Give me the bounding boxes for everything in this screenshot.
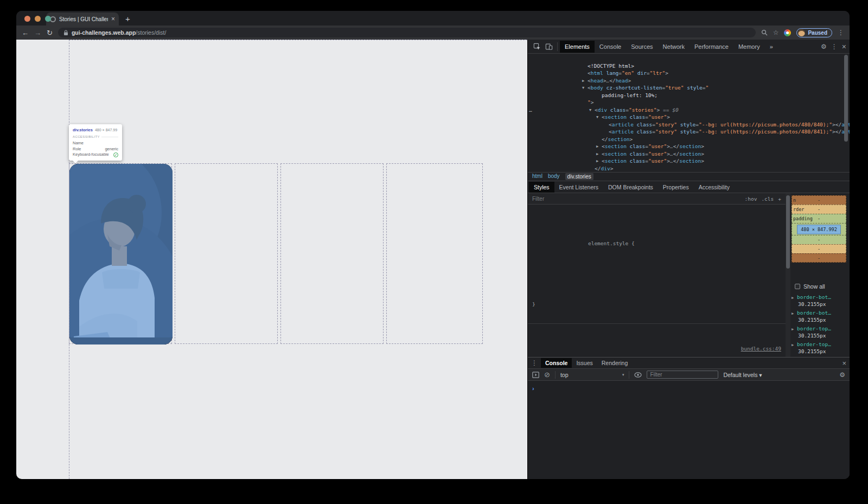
drawer-tab[interactable]: Issues bbox=[572, 358, 597, 368]
box-model-border[interactable]: - bbox=[792, 244, 846, 253]
styles-tab[interactable]: Properties bbox=[658, 182, 694, 193]
breadcrumb-item[interactable]: body bbox=[548, 173, 560, 180]
story-image[interactable] bbox=[69, 164, 173, 344]
box-model-margin[interactable]: - bbox=[792, 253, 846, 263]
stylesheet-link[interactable]: bundle.css:49 bbox=[741, 346, 781, 353]
device-toolbar-icon[interactable] bbox=[543, 43, 555, 50]
grid-overlay-top-line bbox=[69, 40, 527, 40]
devtools-settings-icon[interactable]: ⚙ bbox=[821, 43, 827, 50]
dom-tree-line[interactable]: </div> bbox=[528, 157, 850, 165]
devtools-tab[interactable]: Memory bbox=[733, 41, 765, 53]
console-prompt-icon[interactable]: › bbox=[532, 385, 534, 392]
dom-tree-line[interactable]: <article class="story" style="--bg: url(… bbox=[528, 113, 850, 121]
live-expression-eye-icon[interactable] bbox=[634, 372, 642, 378]
console-settings-icon[interactable]: ⚙ bbox=[839, 371, 845, 379]
box-model-padding[interactable]: padding- bbox=[792, 214, 846, 223]
css-rule[interactable]: element.style { } bbox=[528, 205, 786, 324]
zoom-search-icon[interactable] bbox=[761, 29, 768, 36]
new-tab-button[interactable]: + bbox=[125, 14, 130, 23]
bookmark-star-icon[interactable]: ☆ bbox=[773, 29, 779, 36]
profile-paused-chip[interactable]: Paused bbox=[796, 28, 832, 37]
dom-tree-line[interactable]: </body> bbox=[528, 165, 850, 173]
dom-tree-line[interactable]: "> bbox=[528, 92, 850, 99]
computed-name: border-top… bbox=[797, 341, 831, 347]
devtools-menu-icon[interactable]: ⋮ bbox=[831, 43, 838, 50]
tooltip-row-label: Role bbox=[73, 146, 81, 152]
tab-close-icon[interactable]: × bbox=[111, 16, 115, 22]
back-button[interactable]: ← bbox=[22, 29, 29, 37]
dom-tree-line[interactable]: ▶<section class="user">…</section> bbox=[528, 143, 850, 150]
context-selector[interactable]: top bbox=[560, 372, 617, 378]
class-toggle-button[interactable]: .cls bbox=[761, 196, 774, 202]
devtools-tab[interactable]: Network bbox=[658, 41, 690, 53]
styles-scrollbar[interactable] bbox=[786, 193, 790, 357]
show-all-checkbox[interactable] bbox=[795, 284, 800, 289]
elements-scrollbar[interactable] bbox=[844, 55, 848, 142]
console-filter-input[interactable] bbox=[647, 371, 718, 379]
context-dropdown-icon[interactable]: ▾ bbox=[622, 373, 624, 377]
minimize-window-button[interactable] bbox=[35, 16, 41, 22]
computed-property[interactable]: ▶ border-bot… 30.2155px bbox=[792, 310, 846, 323]
devtools-tab[interactable]: Performance bbox=[690, 41, 733, 53]
styles-filter-input[interactable] bbox=[532, 196, 740, 202]
new-rule-button[interactable]: + bbox=[778, 196, 781, 202]
expand-arrow-icon[interactable]: ▶ bbox=[792, 343, 794, 347]
paused-label: Paused bbox=[808, 30, 827, 36]
log-levels-dropdown[interactable]: Default levels ▾ bbox=[723, 372, 762, 378]
dom-tree-line[interactable]: ▶<head>…</head> bbox=[528, 69, 850, 77]
drawer-close-icon[interactable]: × bbox=[842, 359, 846, 367]
story-cell[interactable] bbox=[69, 163, 172, 344]
styles-tab[interactable]: Styles bbox=[529, 182, 554, 193]
styles-filter-bar: :hov .cls + bbox=[528, 193, 786, 205]
computed-property[interactable]: ▶ border-bot… 30.2155px bbox=[792, 294, 846, 308]
dom-tree-line[interactable]: ▶<section class="user">…</section> bbox=[528, 150, 850, 158]
zoom-window-button[interactable] bbox=[45, 16, 51, 22]
css-rule[interactable]: bundle.css:49 body > .stories { } bbox=[528, 324, 786, 358]
reload-button[interactable]: ↻ bbox=[47, 29, 53, 37]
console-output[interactable]: › bbox=[528, 381, 850, 479]
expand-arrow-icon[interactable]: ▶ bbox=[792, 296, 794, 300]
tooltip-row-label: Keyboard-focusable bbox=[73, 152, 109, 158]
computed-property[interactable]: ▶ border-top… 30.2155px bbox=[792, 341, 846, 355]
devtools-tab-bar: ElementsConsoleSourcesNetworkPerformance… bbox=[528, 40, 850, 54]
box-model-border[interactable]: rder- bbox=[792, 205, 846, 214]
drawer-tab[interactable]: Rendering bbox=[597, 358, 632, 368]
styles-tab[interactable]: Event Listeners bbox=[554, 182, 603, 193]
extension-icon[interactable] bbox=[784, 29, 791, 36]
browser-tab[interactable]: Stories | GUI Challenges × bbox=[46, 12, 119, 25]
console-sidebar-icon[interactable] bbox=[532, 372, 539, 378]
box-model-padding[interactable]: - bbox=[792, 235, 846, 244]
dom-tree-line[interactable]: <html lang="en" dir="ltr"> bbox=[528, 62, 850, 70]
drawer-tab[interactable]: Console bbox=[541, 358, 572, 368]
breadcrumb-item[interactable]: html bbox=[532, 173, 542, 180]
dom-tree-line[interactable]: ▼<body cz-shortcut-listen="true" style=" bbox=[528, 77, 850, 85]
dom-tree-line[interactable]: <!DOCTYPE html> bbox=[528, 55, 850, 62]
inspect-element-icon[interactable] bbox=[531, 43, 543, 50]
devtools-tab[interactable]: Console bbox=[595, 41, 626, 53]
close-window-button[interactable] bbox=[24, 16, 30, 22]
expand-arrow-icon[interactable]: ▶ bbox=[792, 327, 794, 331]
styles-tab[interactable]: Accessibility bbox=[694, 182, 735, 193]
styles-tab[interactable]: DOM Breakpoints bbox=[603, 182, 658, 193]
dom-tree-line[interactable]: <article class="story" style="--bg: url(… bbox=[528, 121, 850, 129]
box-model-content[interactable]: 480 × 847.992 bbox=[792, 223, 846, 235]
forward-button[interactable]: → bbox=[34, 29, 41, 37]
browser-menu-icon[interactable]: ⋮ bbox=[838, 29, 844, 36]
breadcrumb-item[interactable]: div.stories bbox=[565, 173, 593, 180]
box-model-margin[interactable]: n- bbox=[792, 195, 846, 205]
computed-property[interactable]: ▶ border-top… 30.2155px bbox=[792, 326, 846, 339]
address-bar[interactable]: gui-challenges.web.app/stories/dist/ bbox=[58, 28, 756, 37]
dom-tree-line[interactable]: …▼<div class="stories"> == $0 bbox=[528, 99, 850, 106]
expand-arrow-icon[interactable]: ▶ bbox=[792, 311, 794, 316]
clear-console-icon[interactable]: ⊘ bbox=[544, 371, 550, 379]
dom-tree-line[interactable]: </section> bbox=[528, 128, 850, 136]
drawer-menu-icon[interactable]: ⋮ bbox=[531, 359, 538, 367]
devtools-close-icon[interactable]: × bbox=[842, 42, 846, 51]
more-tabs-icon[interactable]: » bbox=[765, 41, 778, 53]
devtools-tab[interactable]: Elements bbox=[560, 41, 595, 53]
dom-tree-line[interactable]: ▶<section class="user">…</section> bbox=[528, 136, 850, 143]
dom-tree-line[interactable]: ▼<section class="user"> bbox=[528, 106, 850, 114]
dom-tree-line[interactable]: padding-left: 10%; bbox=[528, 84, 850, 92]
hover-state-button[interactable]: :hov bbox=[744, 196, 757, 202]
devtools-tab[interactable]: Sources bbox=[626, 41, 658, 53]
